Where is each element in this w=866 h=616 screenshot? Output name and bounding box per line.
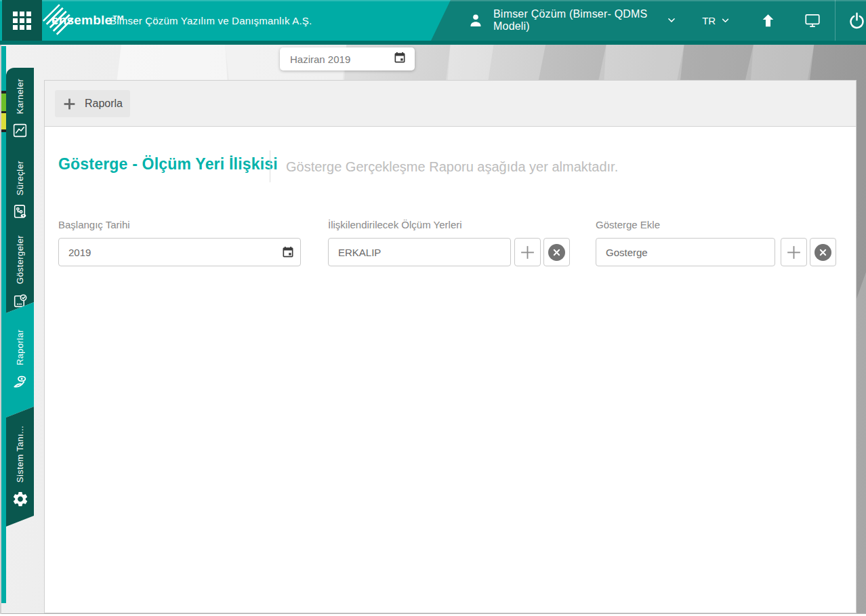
- app-header: ensemble™ Bimser Çözüm Yazılım ve Danışm…: [0, 0, 866, 45]
- start-date-input[interactable]: [58, 238, 301, 266]
- language-selector[interactable]: TR: [702, 15, 731, 26]
- chevron-down-icon: [665, 14, 678, 26]
- plus-icon: [518, 243, 537, 262]
- sidebar: Karneler Süreçler Göstergeler Raporlar: [6, 0, 34, 616]
- title-divider: [270, 150, 270, 182]
- add-indicator-button[interactable]: [781, 238, 807, 266]
- report-eye-icon: [12, 373, 29, 390]
- card-toolbar: Raporla: [45, 81, 856, 127]
- clear-indicator-button[interactable]: [810, 238, 836, 266]
- sidebar-item-sistem-tanimlari[interactable]: Sistem Tanı...: [6, 407, 34, 527]
- upload-arrow-button[interactable]: [760, 12, 777, 29]
- sidebar-item-surecler[interactable]: Süreçler: [6, 150, 34, 232]
- sidebar-tab-group-active: Raporlar: [6, 302, 34, 417]
- scorecard-chart-icon: [12, 121, 29, 139]
- user-menu[interactable]: Bimser Çözüm (Bimser- QDMS Modeli): [468, 8, 678, 33]
- sidebar-item-label: Sistem Tanı...: [15, 426, 25, 482]
- sidebar-item-label: Raporlar: [15, 329, 25, 365]
- start-date-label: Başlangıç Tarihi: [58, 219, 130, 230]
- sidebar-item-gostergeler[interactable]: Göstergeler: [6, 231, 34, 313]
- sidebar-item-label: Karneler: [15, 79, 25, 114]
- measurement-places-input[interactable]: [328, 238, 511, 266]
- header-right-controls: Bimser Çözüm (Bimser- QDMS Modeli) TR: [447, 0, 866, 41]
- sidebar-item-karneler[interactable]: Karneler: [6, 68, 34, 150]
- monitor-icon: [804, 12, 821, 29]
- apps-grid-icon: [13, 12, 31, 30]
- sidebar-item-label: Göstergeler: [15, 235, 25, 284]
- sidebar-tab-group-bottom: Sistem Tanı...: [6, 407, 34, 527]
- indicator-label: Gösterge Ekle: [596, 219, 660, 230]
- company-name: Bimser Çözüm Yazılım ve Danışmanlık A.Ş.: [110, 0, 312, 41]
- period-picker-value: Haziran 2019: [290, 54, 393, 65]
- sidebar-tab-group-top: Karneler Süreçler Göstergeler: [6, 68, 34, 313]
- apps-menu-button[interactable]: [2, 0, 42, 41]
- monitor-button[interactable]: [804, 12, 821, 29]
- gear-icon: [12, 490, 29, 508]
- clear-measurement-place-button[interactable]: [543, 238, 570, 266]
- taskbar-fragment: [1, 113, 6, 129]
- plus-icon: [785, 243, 803, 262]
- taskbar-fragment: [1, 94, 6, 111]
- page-title: Gösterge - Ölçüm Yeri İlişkisi: [58, 155, 278, 173]
- language-label: TR: [702, 15, 716, 26]
- taskbar-fragment: [1, 129, 6, 132]
- header-divider: [835, 0, 836, 41]
- measurement-places-label: İlişkilendirilecek Ölçüm Yerleri: [328, 219, 462, 230]
- chevron-down-icon: [720, 15, 731, 26]
- content-card: Raporla Gösterge - Ölçüm Yeri İlişkisi G…: [44, 80, 857, 613]
- period-picker[interactable]: Haziran 2019: [280, 47, 415, 70]
- power-icon: [848, 12, 866, 30]
- user-icon: [468, 12, 484, 28]
- sidebar-item-raporlar-active[interactable]: Raporlar: [6, 302, 34, 417]
- indicator-input[interactable]: [596, 238, 775, 266]
- page-subtitle: Gösterge Gerçekleşme Raporu aşağıda yer …: [286, 159, 618, 175]
- header-bottom-strip: [0, 41, 866, 45]
- sidebar-item-label: Süreçler: [15, 161, 25, 196]
- add-measurement-place-button[interactable]: [514, 238, 541, 266]
- clear-circle-icon: [815, 244, 831, 261]
- report-button[interactable]: Raporla: [55, 90, 130, 117]
- calendar-icon: [393, 51, 407, 67]
- plus-icon: [62, 97, 77, 111]
- logout-power-button[interactable]: [848, 12, 866, 30]
- process-flow-icon: [12, 203, 29, 220]
- user-menu-label: Bimser Çözüm (Bimser- QDMS Modeli): [493, 8, 657, 33]
- clear-circle-icon: [548, 244, 565, 261]
- report-button-label: Raporla: [85, 98, 123, 110]
- up-arrow-icon: [760, 12, 777, 29]
